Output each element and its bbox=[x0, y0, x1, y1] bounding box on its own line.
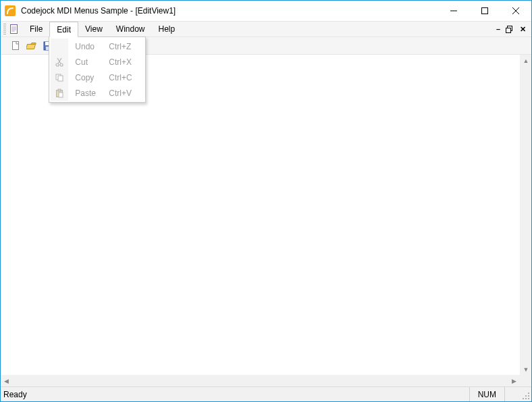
menu-item-label: Paste bbox=[71, 89, 109, 98]
svg-point-29 bbox=[528, 398, 529, 399]
menu-file-label: File bbox=[30, 24, 43, 34]
edit-dropdown: Undo Ctrl+Z Cut Ctrl+X Copy Ctrl+C Paste… bbox=[49, 36, 146, 103]
mdi-document-icon[interactable] bbox=[8, 22, 20, 36]
menu-item-cut[interactable]: Cut Ctrl+X bbox=[71, 54, 141, 70]
svg-rect-11 bbox=[13, 41, 19, 49]
menu-item-copy[interactable]: Copy Ctrl+C bbox=[71, 70, 141, 85]
menu-item-shortcut: Ctrl+X bbox=[109, 57, 141, 67]
svg-point-18 bbox=[60, 64, 63, 66]
menu-item-label: Copy bbox=[71, 73, 109, 82]
svg-rect-22 bbox=[58, 89, 61, 91]
scroll-left-icon[interactable]: ◀ bbox=[1, 375, 12, 386]
menu-help[interactable]: Help bbox=[152, 22, 182, 36]
menu-help-label: Help bbox=[159, 24, 176, 34]
menu-bar: File Edit View Window Help – ✕ bbox=[1, 21, 531, 37]
svg-rect-1 bbox=[482, 8, 488, 14]
menu-view[interactable]: View bbox=[78, 22, 109, 36]
cut-icon bbox=[51, 54, 68, 70]
menu-item-paste[interactable]: Paste Ctrl+V bbox=[71, 85, 141, 101]
horizontal-scrollbar[interactable]: ◀ ▶ bbox=[1, 375, 531, 386]
app-icon bbox=[5, 5, 16, 16]
mdi-minimize-icon[interactable]: – bbox=[494, 25, 503, 33]
window-title: Codejock MDI Menus Sample - [EditView1] bbox=[21, 6, 176, 16]
menu-edit[interactable]: Edit bbox=[49, 22, 78, 37]
scroll-track[interactable] bbox=[12, 375, 508, 386]
scroll-track[interactable] bbox=[521, 66, 531, 363]
maximize-button[interactable] bbox=[469, 1, 500, 21]
status-empty bbox=[504, 387, 519, 401]
menu-window[interactable]: Window bbox=[109, 22, 152, 36]
status-num: NUM bbox=[469, 387, 504, 401]
svg-rect-23 bbox=[59, 93, 63, 97]
svg-rect-20 bbox=[58, 76, 63, 81]
svg-line-16 bbox=[58, 58, 61, 64]
menu-window-label: Window bbox=[116, 24, 145, 34]
menu-item-shortcut: Ctrl+Z bbox=[109, 42, 141, 51]
toolbar-grip[interactable] bbox=[3, 24, 6, 34]
svg-rect-4 bbox=[11, 25, 18, 34]
close-button[interactable] bbox=[500, 1, 531, 21]
undo-icon bbox=[51, 39, 68, 54]
status-ready: Ready bbox=[1, 390, 469, 399]
client-area: Undo Ctrl+Z Cut Ctrl+X Copy Ctrl+C Paste… bbox=[1, 55, 531, 375]
mdi-window-controls: – ✕ bbox=[494, 22, 531, 36]
menu-item-label: Undo bbox=[71, 42, 109, 51]
scrollbar-corner bbox=[520, 375, 531, 386]
menu-file[interactable]: File bbox=[23, 22, 49, 36]
menu-item-undo[interactable]: Undo Ctrl+Z bbox=[71, 39, 141, 54]
paste-icon bbox=[51, 85, 68, 101]
mdi-close-icon[interactable]: ✕ bbox=[518, 25, 527, 34]
scroll-right-icon[interactable]: ▶ bbox=[508, 375, 520, 386]
title-bar: Codejock MDI Menus Sample - [EditView1] bbox=[1, 1, 531, 21]
size-grip[interactable] bbox=[519, 387, 531, 401]
svg-line-15 bbox=[57, 58, 61, 64]
document-area[interactable]: Undo Ctrl+Z Cut Ctrl+X Copy Ctrl+C Paste… bbox=[1, 55, 520, 375]
menu-edit-label: Edit bbox=[57, 25, 71, 34]
new-file-button[interactable] bbox=[8, 39, 23, 53]
svg-point-17 bbox=[56, 64, 59, 66]
scroll-down-icon[interactable]: ▼ bbox=[521, 363, 531, 375]
open-file-button[interactable] bbox=[24, 39, 39, 53]
scroll-up-icon[interactable]: ▲ bbox=[521, 55, 531, 66]
svg-point-27 bbox=[523, 398, 524, 399]
menu-item-shortcut: Ctrl+C bbox=[109, 73, 141, 82]
svg-point-26 bbox=[528, 395, 529, 397]
menu-view-label: View bbox=[85, 24, 103, 34]
menu-item-label: Cut bbox=[71, 57, 109, 67]
mdi-restore-icon[interactable] bbox=[506, 26, 515, 33]
copy-icon bbox=[51, 70, 68, 85]
svg-point-25 bbox=[525, 395, 527, 397]
svg-rect-10 bbox=[506, 28, 511, 32]
vertical-scrollbar[interactable]: ▲ ▼ bbox=[520, 55, 531, 375]
status-bar: Ready NUM bbox=[1, 386, 531, 401]
menu-item-shortcut: Ctrl+V bbox=[109, 89, 141, 98]
minimize-button[interactable] bbox=[438, 1, 469, 21]
svg-point-28 bbox=[525, 398, 527, 399]
svg-point-24 bbox=[528, 393, 529, 394]
